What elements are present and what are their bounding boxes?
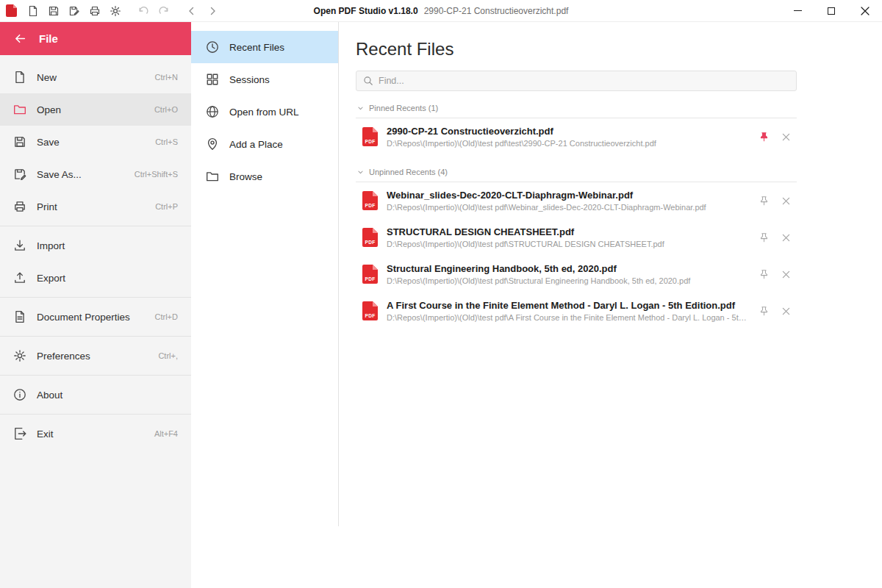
nav-item-sessions[interactable]: Sessions: [191, 63, 339, 96]
pdf-file-icon: PDF: [362, 127, 378, 146]
menu-item-about[interactable]: About: [0, 379, 191, 411]
pin-button[interactable]: [757, 231, 770, 244]
minimize-icon: [794, 10, 802, 11]
shortcut-label: Ctrl+S: [155, 137, 178, 146]
menu-item-new[interactable]: New Ctrl+N: [0, 61, 191, 93]
remove-recent-button[interactable]: [779, 304, 792, 318]
print-button[interactable]: [85, 2, 104, 20]
close-icon: [782, 307, 790, 315]
file-name: Structural Engineering Handbook, 5th ed,…: [387, 263, 748, 274]
gear-icon: [13, 349, 26, 362]
file-row[interactable]: PDF STRUCTURAL DESIGN CHEATSHEET.pdf D:\…: [356, 219, 797, 256]
export-icon: [13, 271, 26, 284]
new-document-button[interactable]: [24, 2, 42, 20]
search-icon: [363, 76, 373, 86]
save-as-icon: [68, 5, 80, 17]
shortcut-label: Ctrl+,: [158, 351, 178, 360]
save-icon: [48, 5, 60, 17]
back-nav-button[interactable]: [182, 2, 201, 20]
chevron-right-icon: [207, 5, 218, 17]
settings-button[interactable]: [106, 2, 124, 20]
section-header-pinned[interactable]: Pinned Recents (1): [356, 104, 797, 118]
chevron-down-icon: [357, 169, 364, 176]
back-button[interactable]: [12, 32, 27, 46]
remove-recent-button[interactable]: [779, 194, 792, 207]
close-icon: [782, 234, 790, 242]
undo-icon: [137, 5, 149, 17]
menu-item-preferences[interactable]: Preferences Ctrl+,: [0, 340, 191, 372]
shortcut-label: Ctrl+O: [154, 105, 178, 114]
pin-icon: [759, 196, 770, 207]
menu-divider: [0, 414, 191, 415]
menu-item-save-as[interactable]: Save As... Ctrl+Shift+S: [0, 158, 191, 190]
file-name: 2990-CP-21 Constructieoverzicht.pdf: [387, 126, 748, 137]
shortcut-label: Ctrl+N: [155, 73, 178, 82]
save-as-button[interactable]: [65, 2, 83, 20]
file-path: D:\Repos\(Impertio)\(Old)\test pdf\test\…: [387, 139, 748, 148]
folder-icon: [206, 170, 219, 183]
shortcut-label: Ctrl+Shift+S: [135, 170, 178, 179]
save-button[interactable]: [44, 2, 62, 20]
nav-item-add-a-place[interactable]: Add a Place: [191, 128, 339, 160]
file-row[interactable]: PDF Webinar_slides-Dec-2020-CLT-Diaphrag…: [356, 182, 797, 219]
close-icon: [782, 270, 790, 279]
file-menu-list: New Ctrl+N Open Ctrl+O Save Ctrl+S Save …: [0, 55, 191, 450]
pin-button[interactable]: [757, 194, 770, 207]
pin-button[interactable]: [757, 304, 770, 318]
menu-item-export[interactable]: Export: [0, 262, 191, 294]
exit-icon: [13, 427, 26, 440]
menu-item-open[interactable]: Open Ctrl+O: [0, 93, 191, 126]
pdf-file-icon: PDF: [362, 301, 378, 320]
globe-icon: [206, 105, 219, 118]
pin-icon: [759, 306, 770, 317]
menu-item-save[interactable]: Save Ctrl+S: [0, 126, 191, 158]
menu-item-document-properties[interactable]: Document Properties Ctrl+D: [0, 301, 191, 333]
map-pin-icon: [206, 137, 219, 151]
section-label: Unpinned Recents (4): [369, 168, 448, 176]
menu-divider: [0, 226, 191, 226]
pin-icon: [759, 132, 770, 143]
app-title: Open PDF Studio v1.18.0: [314, 6, 418, 16]
menu-item-print[interactable]: Print Ctrl+P: [0, 190, 191, 223]
pin-icon: [759, 269, 770, 280]
maximize-button[interactable]: [814, 0, 848, 21]
open-nav-panel: Recent Files Sessions Open from URL Add …: [191, 22, 339, 588]
nav-item-open-from-url[interactable]: Open from URL: [191, 96, 339, 128]
file-name: A First Course in the Finite Element Met…: [387, 300, 748, 311]
close-window-button[interactable]: [848, 0, 882, 21]
file-path: D:\Repos\(Impertio)\(Old)\test pdf\STRUC…: [387, 240, 748, 248]
file-name: STRUCTURAL DESIGN CHEATSHEET.pdf: [387, 226, 748, 237]
search-box[interactable]: [356, 71, 797, 91]
menu-item-exit[interactable]: Exit Alt+F4: [0, 417, 191, 450]
shortcut-label: Alt+F4: [154, 429, 178, 438]
clock-icon: [206, 40, 219, 54]
file-row[interactable]: PDF Structural Engineering Handbook, 5th…: [356, 256, 797, 293]
nav-item-recent-files[interactable]: Recent Files: [191, 31, 339, 63]
grid-icon: [206, 73, 219, 86]
remove-recent-button[interactable]: [779, 231, 792, 244]
save-icon: [13, 135, 26, 148]
search-input[interactable]: [379, 76, 789, 86]
close-icon: [782, 197, 790, 205]
file-row[interactable]: PDF A First Course in the Finite Element…: [356, 293, 797, 329]
remove-recent-button[interactable]: [779, 268, 792, 281]
nav-item-browse[interactable]: Browse: [191, 160, 339, 193]
chevron-left-icon: [186, 5, 198, 17]
redo-button[interactable]: [154, 2, 173, 20]
pdf-file-icon: PDF: [362, 228, 378, 247]
undo-button[interactable]: [134, 2, 152, 20]
shortcut-label: Ctrl+P: [155, 202, 178, 211]
close-icon: [861, 7, 870, 15]
menu-item-import[interactable]: Import: [0, 229, 191, 262]
remove-recent-button[interactable]: [779, 130, 792, 143]
chevron-down-icon: [357, 105, 364, 112]
pin-button[interactable]: [757, 268, 770, 281]
print-icon: [13, 200, 26, 213]
pin-button[interactable]: [757, 130, 770, 143]
app-logo-icon: [6, 4, 17, 17]
forward-nav-button[interactable]: [203, 2, 221, 20]
minimize-button[interactable]: [781, 0, 814, 21]
file-row[interactable]: PDF 2990-CP-21 Constructieoverzicht.pdf …: [356, 118, 797, 155]
file-menu-sidebar: File New Ctrl+N Open Ctrl+O Save Ctrl+S …: [0, 22, 191, 588]
section-header-unpinned[interactable]: Unpinned Recents (4): [356, 168, 797, 182]
